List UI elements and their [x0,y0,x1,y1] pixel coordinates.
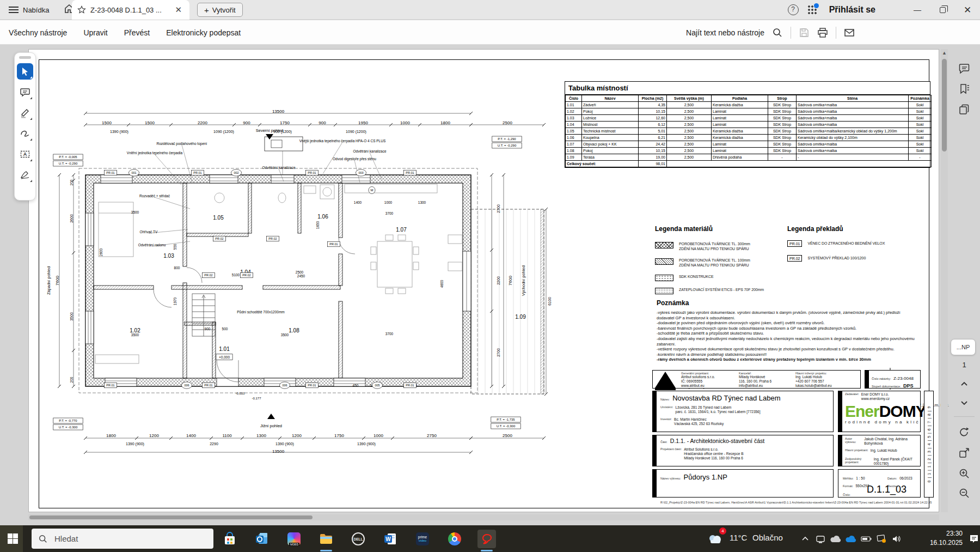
chevron-down-icon[interactable] [955,393,973,412]
notification-center-icon[interactable] [965,530,980,548]
zoom-out-icon[interactable] [955,484,973,502]
svg-text:2450: 2450 [297,274,305,278]
chrome-icon[interactable] [445,530,464,548]
titleblock-drawing: Název výkresu: Půdorys 1.NP [652,469,834,498]
word-icon[interactable]: W [381,530,400,548]
legend-item: SDK KONSTRUKCE [655,274,714,281]
menu-convert[interactable]: Převést [124,28,150,37]
file-explorer-icon[interactable] [317,530,335,548]
tab-title: Z-23-0048 D.1.1_03 ... [90,6,173,14]
legend-item: POROBETONOVÁ TVÁRNICE TL. 300mmZDĚNÍ NA … [655,241,750,251]
menu-icon[interactable] [9,7,19,13]
table-row: 1.05Technická místnost5,012,500Keramická… [566,128,932,135]
bookmarks-panel-icon[interactable] [955,80,973,98]
svg-text:1400: 1400 [354,201,362,204]
menu-edit[interactable]: Upravit [83,28,107,37]
weather-desc[interactable]: Oblačno [752,533,783,542]
star-icon[interactable] [77,5,86,14]
sign-in-button[interactable]: Přihlásit se [829,5,875,15]
outlook-icon[interactable] [253,530,271,548]
svg-text:U.T. = -0,300: U.T. = -0,300 [497,424,516,428]
minimize-button[interactable]: — [905,0,930,20]
zadavatel-label: Zadavatel: [845,392,859,401]
search-label[interactable]: Najít text nebo nástroje [686,28,764,37]
vertical-scrollbar-thumb[interactable] [942,59,947,151]
svg-text:13500: 13500 [272,109,285,114]
mail-icon[interactable] [844,27,855,38]
svg-text:002: 002 [234,171,238,174]
rotate-page-icon[interactable] [955,423,973,441]
horizontal-scrollbar-thumb[interactable] [29,515,313,519]
search-icon[interactable] [772,27,783,38]
highlight-tool[interactable] [17,105,33,121]
horizontal-scrollbar[interactable] [28,514,939,520]
page-label-button[interactable]: ...NP [951,339,976,355]
draw-tool[interactable] [17,125,33,142]
pages-panel-icon[interactable] [955,100,973,119]
select-tool[interactable] [17,63,33,80]
kan-l1: Milady Horákové [739,375,771,379]
taskbar-search[interactable]: Hledat [32,529,213,549]
volume-icon[interactable] [887,530,906,548]
comments-panel-icon[interactable] [955,59,973,77]
store-icon[interactable] [220,530,239,548]
export-page-icon[interactable] [955,444,973,462]
kan-l3: info@atribut.eu [739,384,771,388]
chevron-up-icon[interactable] [955,375,973,393]
m365-icon[interactable]: M365 [285,530,303,548]
table-row: 1.06Koupelna6,212,500Keramická dlažbaSDK… [566,135,932,141]
create-button[interactable]: + Vytvořit [197,3,243,17]
save-icon[interactable] [799,27,810,38]
panel-drag-handle[interactable] [19,56,31,59]
svg-text:1000: 1000 [384,201,393,204]
room-table-header: Číslo [566,95,582,102]
tab-close-icon[interactable]: ✕ [173,5,184,15]
document-viewport: 1350015001500220090017509001950100018002… [0,45,980,525]
svg-text:2600: 2600 [70,214,74,223]
svg-text:450: 450 [353,384,359,387]
zoom-in-icon[interactable] [955,464,973,483]
menu-esign[interactable]: Elektronicky podepsat [166,28,241,37]
windows-start-icon[interactable] [8,533,18,544]
menu-label[interactable]: Nabídka [23,6,49,14]
room-table: Tabulka místností ČísloNázevPlocha (m2)S… [565,81,930,168]
comment-tool[interactable] [17,84,33,100]
svg-text:PR.01: PR.01 [308,384,316,387]
sign-tool[interactable] [17,167,33,183]
svg-text:1200: 1200 [149,433,159,438]
taskbar-clock[interactable]: 23:30 16.10.2025 [908,529,963,548]
svg-text:1750: 1750 [280,120,290,125]
svg-text:1390 (900): 1390 (900) [357,442,376,446]
weather-temp[interactable]: 11°C [730,533,747,542]
gen-ic: IČ: 06905555 [681,379,715,384]
table-row: 1.02Pokoj10,152,500LaminátSDK StropSádro… [566,108,932,115]
add-text-tool[interactable]: A [17,146,33,162]
menu-all-tools[interactable]: Všechny nástroje [9,28,67,37]
svg-text:3500: 3500 [131,210,139,214]
restore-button[interactable] [930,0,955,20]
vertical-scrollbar[interactable]: ▲ [941,49,948,512]
dell-icon[interactable]: DELL [349,530,367,548]
atribut-logo [655,372,676,390]
nazev-value: Novostavba RD Týnec nad Labem [672,394,780,402]
document-tab[interactable]: Z-23-0048 D.1.1_03 ... ✕ [72,0,189,20]
svg-text:1800: 1800 [106,433,116,438]
ing-l2: +420 607 706 557 [795,379,832,384]
table-row: 1.03Ložnice12,602,500LaminátSDK StropSád… [566,115,932,122]
svg-text:2500: 2500 [503,433,512,438]
zodp-label: Zodpovědný projektant: [845,457,872,466]
svg-text:Odvod digestoře přes stěnu: Odvod digestoře přes stěnu [333,157,376,161]
weather-icon[interactable]: 4 [706,530,724,548]
svg-text:PR.01: PR.01 [308,171,316,174]
help-icon[interactable]: ? [788,4,799,15]
close-button[interactable]: ✕ [955,0,980,20]
apps-grid-icon[interactable] [807,5,817,15]
print-icon[interactable] [817,27,828,38]
prime-video-icon[interactable]: primevideo [413,530,432,548]
svg-text:PR.01: PR.01 [406,171,414,174]
room-table-header: Podlaha [712,95,768,102]
acrobat-icon[interactable] [477,530,496,548]
autor-label: Autor výkresu: [845,437,862,446]
svg-text:4600: 4600 [440,280,444,288]
svg-text:2700: 2700 [497,204,500,213]
